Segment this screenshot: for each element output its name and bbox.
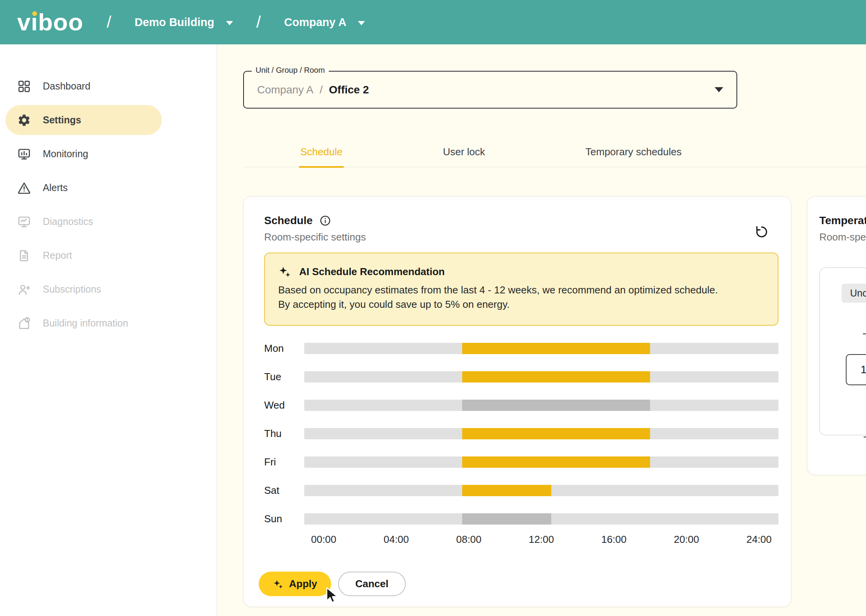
time-axis: 00:0004:0008:0012:0016:0020:0024:00 xyxy=(304,534,778,547)
breadcrumb-separator: / xyxy=(256,13,261,32)
day-label: Sat xyxy=(264,484,304,497)
select-label: Unit / Group / Room xyxy=(252,66,329,75)
schedule-track[interactable] xyxy=(304,428,778,439)
sidebar-item-subscriptions[interactable]: Subscriptions xyxy=(5,274,162,304)
axis-tick: 12:00 xyxy=(529,534,554,546)
axis-tick: 08:00 xyxy=(456,534,481,546)
schedule-row-tue: Tue xyxy=(264,371,778,383)
schedule-track[interactable] xyxy=(304,371,778,383)
sidebar-item-alerts[interactable]: Alerts xyxy=(5,173,162,203)
day-label: Tue xyxy=(264,371,304,383)
schedule-track[interactable] xyxy=(304,343,778,354)
schedule-bar-active[interactable] xyxy=(462,428,650,439)
sidebar-item-settings[interactable]: Settings xyxy=(5,105,162,135)
settings-icon xyxy=(17,113,31,127)
temperature-value-input[interactable]: 17 xyxy=(846,354,866,385)
axis-tick: 20:00 xyxy=(674,534,699,546)
sidebar-item-report[interactable]: Report xyxy=(5,240,162,270)
stepper-minus[interactable]: – xyxy=(864,430,866,443)
building-information-icon xyxy=(17,316,31,330)
schedule-bar-active[interactable] xyxy=(462,456,650,468)
sparkle-icon xyxy=(278,265,291,278)
subscriptions-icon xyxy=(17,283,31,297)
temperature-card-title: Temperature xyxy=(819,214,866,227)
sidebar-item-label: Alerts xyxy=(43,182,68,193)
sidebar-item-diagnostics[interactable]: Diagnostics xyxy=(5,207,162,237)
axis-tick: 24:00 xyxy=(746,534,771,546)
time-axis-inner: 00:0004:0008:0012:0016:0020:0024:00 xyxy=(324,534,759,547)
axis-tick: 04:00 xyxy=(384,534,409,546)
schedule-track[interactable] xyxy=(304,485,778,496)
top-bar: vıboo / Demo Building / Company A xyxy=(0,0,866,44)
schedule-bar-inactive[interactable] xyxy=(462,400,650,411)
reset-icon[interactable] xyxy=(754,225,769,239)
schedule-card: Schedule Room-specific settings AI Sched… xyxy=(243,196,791,607)
schedule-row-sat: Sat xyxy=(264,485,778,496)
company-selector[interactable]: Company A xyxy=(284,16,365,29)
schedule-card-title: Schedule xyxy=(264,214,312,227)
sidebar-item-label: Building information xyxy=(43,318,128,329)
schedule-track[interactable] xyxy=(304,400,778,411)
ai-banner-body: Based on occupancy estimates from the la… xyxy=(278,283,729,312)
select-group-value: Company A xyxy=(257,84,314,96)
sidebar-item-label: Monitoring xyxy=(43,148,88,160)
schedule-bar-inactive[interactable] xyxy=(462,513,551,525)
alerts-icon xyxy=(17,181,31,195)
apply-button[interactable]: Apply xyxy=(259,572,331,596)
sidebar-item-label: Settings xyxy=(43,114,81,126)
dashboard-icon xyxy=(17,79,31,93)
stepper-minus[interactable]: – xyxy=(863,326,866,340)
schedule-row-mon: Mon xyxy=(264,343,778,354)
select-separator: / xyxy=(320,84,323,96)
temperature-card: Temperature Room-specific settings Unocc… xyxy=(807,196,866,475)
sidebar-item-label: Diagnostics xyxy=(43,216,93,227)
day-label: Thu xyxy=(264,428,304,440)
unoccupied-chip[interactable]: Unoccupied xyxy=(841,284,866,303)
breadcrumb-separator: / xyxy=(107,13,111,32)
cancel-button[interactable]: Cancel xyxy=(338,572,405,596)
info-icon[interactable] xyxy=(319,215,331,226)
schedule-track[interactable] xyxy=(304,456,778,468)
schedule-rows: MonTueWedThuFriSatSun xyxy=(264,343,778,525)
temperature-panel: Unoccupied – 17 – xyxy=(819,267,866,435)
main-content: Unit / Group / Room Company A / Office 2… xyxy=(217,44,866,616)
day-label: Mon xyxy=(264,342,304,355)
sidebar-item-dashboard[interactable]: Dashboard xyxy=(5,71,162,101)
unit-group-room-select[interactable]: Unit / Group / Room Company A / Office 2 xyxy=(243,71,737,109)
day-label: Fri xyxy=(264,456,304,468)
schedule-card-subtitle: Room-specific settings xyxy=(264,232,778,242)
sparkle-icon xyxy=(273,579,284,590)
report-icon xyxy=(17,249,31,263)
schedule-row-sun: Sun xyxy=(264,513,778,525)
viboo-logo[interactable]: vıboo xyxy=(17,10,83,34)
sidebar-item-monitoring[interactable]: Monitoring xyxy=(5,139,162,169)
company-name: Company A xyxy=(284,16,346,29)
logo-text: v xyxy=(17,10,31,34)
sidebar-item-label: Dashboard xyxy=(43,81,90,92)
schedule-bar-active[interactable] xyxy=(462,371,650,383)
sidebar: DashboardSettingsMonitoringAlertsDiagnos… xyxy=(0,44,217,616)
schedule-row-thu: Thu xyxy=(264,428,778,439)
schedule-bar-active[interactable] xyxy=(462,485,551,496)
tab-temporary-schedules[interactable]: Temporary schedules xyxy=(584,146,683,167)
building-name: Demo Building xyxy=(135,16,214,29)
tabs: ScheduleUser lockTemporary schedules xyxy=(243,146,866,167)
monitoring-icon xyxy=(17,147,31,161)
schedule-row-wed: Wed xyxy=(264,400,778,411)
dropdown-caret-icon xyxy=(715,87,723,92)
sidebar-item-label: Report xyxy=(43,250,72,261)
schedule-track[interactable] xyxy=(304,513,778,525)
building-selector[interactable]: Demo Building xyxy=(135,16,233,29)
sidebar-nav: DashboardSettingsMonitoringAlertsDiagnos… xyxy=(0,71,217,338)
schedule-bar-active[interactable] xyxy=(462,343,650,354)
chevron-down-icon xyxy=(226,21,233,25)
select-room-value: Office 2 xyxy=(329,84,369,96)
chevron-down-icon xyxy=(358,21,365,25)
tab-schedule[interactable]: Schedule xyxy=(299,146,344,167)
sidebar-item-building-information[interactable]: Building information xyxy=(5,308,162,338)
diagnostics-icon xyxy=(17,215,31,229)
tab-user-lock[interactable]: User lock xyxy=(441,146,486,167)
day-label: Wed xyxy=(264,399,304,411)
ai-banner-title: AI Schedule Recommendation xyxy=(299,266,445,278)
day-label: Sun xyxy=(264,513,304,525)
